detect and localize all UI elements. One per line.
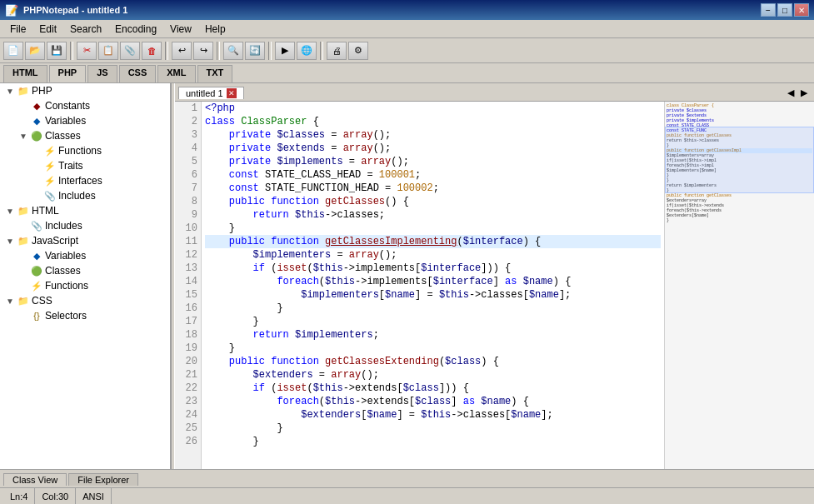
code-area: untitled 1 ✕ ◀ ▶ 12345 678910 1112131415… bbox=[175, 83, 814, 469]
menu-search[interactable]: Search bbox=[63, 22, 108, 37]
bottom-tab-classview[interactable]: Class View bbox=[3, 473, 67, 486]
tree-item-includes-php[interactable]: 📎 Includes bbox=[0, 188, 170, 203]
expander-var-js bbox=[17, 249, 30, 262]
tree-item-interfaces[interactable]: ⚡ Interfaces bbox=[0, 173, 170, 188]
menu-file[interactable]: File bbox=[3, 22, 32, 37]
code-editor[interactable]: 12345 678910 1112131415 1617181920 21222… bbox=[175, 102, 814, 469]
tab-php[interactable]: PHP bbox=[49, 65, 87, 82]
menu-edit[interactable]: Edit bbox=[32, 22, 63, 37]
menu-bar: File Edit Search Encoding View Help bbox=[0, 20, 814, 38]
expander-js[interactable]: ▼ bbox=[3, 234, 17, 247]
tab-html[interactable]: HTML bbox=[3, 65, 47, 82]
delete-button[interactable]: 🗑 bbox=[142, 42, 162, 60]
expander-inc-html bbox=[17, 219, 30, 232]
expander-fn-js bbox=[17, 279, 30, 292]
code-line-19: } bbox=[205, 342, 661, 355]
code-line-25: } bbox=[205, 422, 661, 435]
tree-item-variables-js[interactable]: ◆ Variables bbox=[0, 248, 170, 263]
bottom-tab-fileexplorer[interactable]: File Explorer bbox=[68, 473, 138, 486]
save-button[interactable]: 💾 bbox=[47, 42, 67, 60]
run-button[interactable]: ▶ bbox=[275, 42, 295, 60]
code-line-10: } bbox=[205, 222, 661, 235]
tree-item-javascript[interactable]: ▼ 📁 JavaScript bbox=[0, 233, 170, 248]
toolbar-sep-2 bbox=[165, 42, 168, 60]
file-tab-untitled[interactable]: untitled 1 ✕ bbox=[178, 87, 244, 99]
menu-view[interactable]: View bbox=[163, 22, 198, 37]
tab-js[interactable]: JS bbox=[87, 65, 117, 82]
expander-php[interactable]: ▼ bbox=[3, 84, 17, 97]
line-numbers: 12345 678910 1112131415 1617181920 21222… bbox=[175, 102, 202, 469]
copy-button[interactable]: 📋 bbox=[98, 42, 118, 60]
new-button[interactable]: 📄 bbox=[3, 42, 23, 60]
tree-item-constants[interactable]: ◆ Constants bbox=[0, 98, 170, 113]
open-button[interactable]: 📂 bbox=[25, 42, 45, 60]
status-encoding: ANSI bbox=[76, 488, 112, 504]
constants-icon: ◆ bbox=[30, 99, 43, 112]
tree-item-css[interactable]: ▼ 📁 CSS bbox=[0, 293, 170, 308]
code-line-4: private $extends = array(); bbox=[205, 142, 661, 155]
browser-button[interactable]: 🌐 bbox=[297, 42, 317, 60]
expander-constants bbox=[17, 99, 30, 112]
code-line-21: $extenders = array(); bbox=[205, 368, 661, 382]
tree-item-functions-js[interactable]: ⚡ Functions bbox=[0, 278, 170, 293]
tree-item-php[interactable]: ▼ 📁 PHP bbox=[0, 83, 170, 98]
redo-button[interactable]: ↪ bbox=[193, 42, 213, 60]
expander-variables bbox=[17, 114, 30, 127]
close-button[interactable]: ✕ bbox=[794, 3, 809, 17]
tab-xml[interactable]: XML bbox=[157, 65, 195, 82]
status-ln: Ln:4 bbox=[3, 488, 35, 504]
minimap-viewport bbox=[665, 127, 814, 193]
css-icon: 📁 bbox=[17, 294, 30, 307]
tab-txt[interactable]: TXT bbox=[197, 65, 233, 82]
toolbar-sep-3 bbox=[217, 42, 220, 60]
replace-button[interactable]: 🔄 bbox=[245, 42, 265, 60]
code-line-22: if (isset($this->extends[$class])) { bbox=[205, 382, 661, 395]
tab-css[interactable]: CSS bbox=[119, 65, 157, 82]
includes-html-icon: 📎 bbox=[30, 219, 43, 232]
minimize-button[interactable]: − bbox=[761, 3, 776, 17]
cut-button[interactable]: ✂ bbox=[77, 42, 97, 60]
bottom-tabs: Class View File Explorer bbox=[0, 469, 814, 487]
tab-next-arrow[interactable]: ▶ bbox=[797, 87, 811, 98]
code-line-14: foreach($this->implements[$interface] as… bbox=[205, 275, 661, 288]
maximize-button[interactable]: □ bbox=[777, 3, 792, 17]
html-icon: 📁 bbox=[17, 204, 30, 217]
code-line-6: const STATE_CLASS_HEAD = 100001; bbox=[205, 168, 661, 182]
menu-encoding[interactable]: Encoding bbox=[108, 22, 163, 37]
undo-button[interactable]: ↩ bbox=[172, 42, 192, 60]
tab-prev-arrow[interactable]: ◀ bbox=[784, 87, 797, 98]
settings-button[interactable]: ⚙ bbox=[348, 42, 368, 60]
expander-traits bbox=[30, 159, 43, 172]
code-line-23: foreach($this->extends[$class] as $name)… bbox=[205, 395, 661, 408]
file-tab-name: untitled 1 bbox=[186, 88, 223, 98]
paste-button[interactable]: 📎 bbox=[120, 42, 140, 60]
expander-css[interactable]: ▼ bbox=[3, 294, 17, 307]
expander-classes[interactable]: ▼ bbox=[17, 129, 30, 142]
tree-item-selectors[interactable]: {} Selectors bbox=[0, 308, 170, 323]
menu-help[interactable]: Help bbox=[198, 22, 232, 37]
toolbar: 📄 📂 💾 ✂ 📋 📎 🗑 ↩ ↪ 🔍 🔄 ▶ 🌐 🖨 ⚙ bbox=[0, 38, 814, 63]
includes-php-icon: 📎 bbox=[43, 189, 57, 202]
interfaces-icon: ⚡ bbox=[43, 174, 57, 187]
variables-icon: ◆ bbox=[30, 114, 43, 127]
tree-item-traits[interactable]: ⚡ Traits bbox=[0, 158, 170, 173]
tree-item-functions-php[interactable]: ⚡ Functions bbox=[0, 143, 170, 158]
file-tab-close[interactable]: ✕ bbox=[227, 88, 237, 98]
tree-item-classes[interactable]: ▼ 🟢 Classes bbox=[0, 128, 170, 143]
classes-js-icon: 🟢 bbox=[30, 264, 43, 277]
code-content[interactable]: <?php class ClassParser { private $class… bbox=[202, 102, 664, 469]
variables-js-icon: ◆ bbox=[30, 249, 43, 262]
print-button[interactable]: 🖨 bbox=[327, 42, 347, 60]
status-bar: Ln:4 Col:30 ANSI bbox=[0, 487, 814, 504]
traits-icon: ⚡ bbox=[43, 159, 57, 172]
tree-item-classes-js[interactable]: 🟢 Classes bbox=[0, 263, 170, 278]
code-line-13: if (isset($this->implements[$interface])… bbox=[205, 262, 661, 275]
expander-inc-php bbox=[30, 189, 43, 202]
code-line-17: } bbox=[205, 315, 661, 328]
fn-js-icon: ⚡ bbox=[30, 279, 43, 292]
tree-item-includes-html[interactable]: 📎 Includes bbox=[0, 218, 170, 233]
tree-item-variables[interactable]: ◆ Variables bbox=[0, 113, 170, 128]
expander-html[interactable]: ▼ bbox=[3, 204, 17, 217]
tree-item-html[interactable]: ▼ 📁 HTML bbox=[0, 203, 170, 218]
find-button[interactable]: 🔍 bbox=[223, 42, 243, 60]
